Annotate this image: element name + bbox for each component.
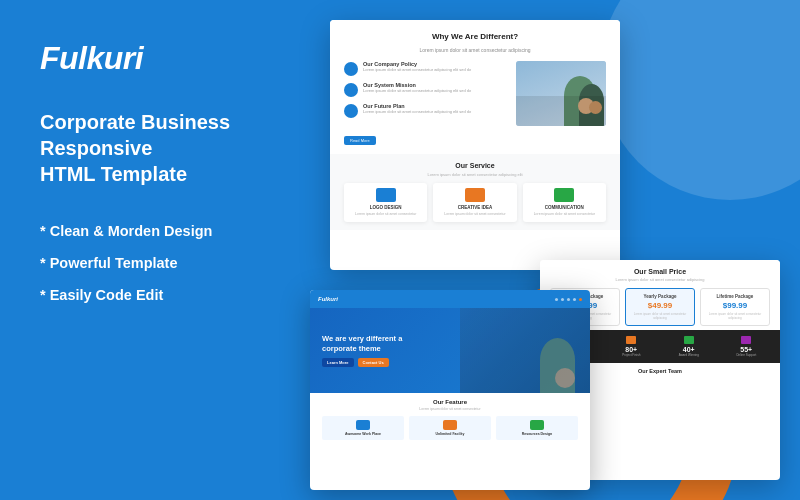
sc-item-icon-2 <box>344 83 358 97</box>
sc-bl-navbar: Fulkuri <box>310 290 590 308</box>
award-icon <box>684 336 694 344</box>
sc-item-3: Our Future Plan Lorem ipsum dolor sit am… <box>344 103 508 118</box>
feature-item-2: * Powerful Template <box>40 255 270 271</box>
unlimited-icon <box>443 420 457 430</box>
sc-bl-btn-contact: Contact Us <box>358 358 389 367</box>
features-list: * Clean & Morden Design * Powerful Templ… <box>40 223 270 303</box>
resources-icon <box>530 420 544 430</box>
sc-bl-hero-image <box>460 308 590 393</box>
sc-top-title: Why We Are Different? <box>344 32 606 41</box>
sc-bl-fcard-3: Resources Design <box>496 416 578 440</box>
sc-bl-fcard-1: Awesome Work Place <box>322 416 404 440</box>
sc-bl-nav-item <box>561 298 564 301</box>
sc-bl-hero-text: We are very different acorporate theme L… <box>322 334 402 367</box>
sc-service-section: Our Service Lorem ipsum dolor sit amet c… <box>330 154 620 230</box>
sc-bl-nav-item <box>573 298 576 301</box>
sc-item-icon-3 <box>344 104 358 118</box>
sc-item-2: Our System Mission Lorem ipsum dolor sit… <box>344 82 508 97</box>
creative-idea-icon <box>465 188 485 202</box>
project-icon <box>626 336 636 344</box>
sc-br-plan-3: Lifetime Package $99.99 Lorem ipsum dolo… <box>700 288 770 326</box>
sc-bl-feature-section: Our Feature Lorem ipsum dolor sit amet c… <box>310 393 590 446</box>
sc-read-more-btn[interactable]: Read More <box>344 136 376 145</box>
sc-bl-fcard-2: Unlimited Facility <box>409 416 491 440</box>
sc-item-icon-1 <box>344 62 358 76</box>
logo-design-icon <box>376 188 396 202</box>
sc-bl-nav-item <box>579 298 582 301</box>
feature-item-3: * Easily Code Edit <box>40 287 270 303</box>
sc-bl-nav-item <box>555 298 558 301</box>
brand-title: Fulkuri <box>40 40 270 77</box>
sc-br-stat-3: 40+ Award Winning <box>663 336 715 357</box>
screenshot-top: Why We Are Different? Lorem ipsum dolor … <box>330 20 620 270</box>
awesome-work-icon <box>356 420 370 430</box>
sc-top-items: Our Company Policy Lorem ipsum dolor sit… <box>344 61 508 146</box>
sc-bl-nav-item <box>567 298 570 301</box>
sc-bl-feature-cards: Awesome Work Place Unlimited Facility Re… <box>322 416 578 440</box>
sc-item-1: Our Company Policy Lorem ipsum dolor sit… <box>344 61 508 76</box>
sc-top-sub: Lorem ipsum dolor sit amet consectetur a… <box>344 47 606 53</box>
sc-br-plan-2: Yearly Package $49.99 Lorem ipsum dolor … <box>625 288 695 326</box>
screenshot-bottom-left: Fulkuri We are very different acorporate… <box>310 290 590 490</box>
communication-icon <box>554 188 574 202</box>
screenshots-area: Why We Are Different? Lorem ipsum dolor … <box>310 0 800 500</box>
sc-bl-hero: We are very different acorporate theme L… <box>310 308 590 393</box>
sc-service-card-1: LOGO DESIGN Lorem ipsum dolor sit amet c… <box>344 183 427 222</box>
sc-service-card-3: COMMUNICATION Lorem ipsum dolor sit amet… <box>523 183 606 222</box>
sc-service-card-2: CREATIVE IDEA Lorem ipsum dolor sit amet… <box>433 183 516 222</box>
sc-top-image <box>516 61 606 126</box>
left-panel: Fulkuri Corporate Business Responsive HT… <box>0 0 310 500</box>
sc-br-stat-4: 55+ Online Support <box>721 336 773 357</box>
sc-top-body: Our Company Policy Lorem ipsum dolor sit… <box>344 61 606 146</box>
sc-bl-btn-learnmore: Learn More <box>322 358 354 367</box>
feature-item-1: * Clean & Morden Design <box>40 223 270 239</box>
sc-br-stat-2: 80+ Project Finish <box>606 336 658 357</box>
tagline: Corporate Business Responsive HTML Templ… <box>40 109 270 187</box>
support-icon <box>741 336 751 344</box>
sc-service-cards: LOGO DESIGN Lorem ipsum dolor sit amet c… <box>344 183 606 222</box>
sc-top-why-section: Why We Are Different? Lorem ipsum dolor … <box>330 20 620 154</box>
